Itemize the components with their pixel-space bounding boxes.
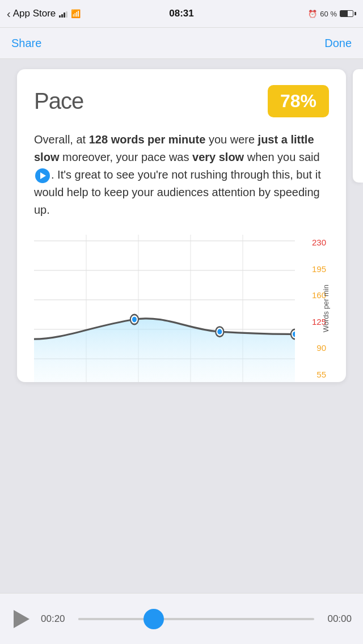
y-axis-title: Words per min <box>322 285 330 332</box>
player-thumb[interactable] <box>143 609 164 629</box>
chart-inner <box>34 235 295 382</box>
chart-area: 230 195 160 125 90 55 Words per min <box>34 235 329 382</box>
card-title: Pace <box>34 88 83 114</box>
status-left: ‹ App Store 📶 <box>7 7 81 20</box>
back-chevron-icon: ‹ <box>7 7 11 20</box>
back-button[interactable]: ‹ App Store <box>7 7 56 20</box>
player-bar: 00:20 00:00 <box>0 593 363 644</box>
desc-part2: you were <box>205 133 258 146</box>
nav-bar: Share Done <box>0 28 363 59</box>
score-value: 78% <box>280 91 316 111</box>
svg-point-12 <box>217 329 222 334</box>
svg-point-10 <box>132 317 137 323</box>
desc-bold3: very slow <box>192 151 244 163</box>
play-icon <box>14 610 29 628</box>
player-play-button[interactable] <box>11 609 32 629</box>
card-header: Pace 78% <box>34 85 329 117</box>
player-progress-filled <box>78 618 154 620</box>
desc-part4: when you said <box>244 151 319 163</box>
chart-svg <box>34 235 295 382</box>
status-bar: ‹ App Store 📶 08:31 ⏰ 60 % <box>0 0 363 28</box>
score-badge: 78% <box>268 85 329 117</box>
inline-play-button[interactable] <box>35 168 50 183</box>
app-store-label: App Store <box>13 8 56 19</box>
desc-part5: . It's great to see you're not rushing t… <box>34 168 321 216</box>
alarm-icon: ⏰ <box>308 10 317 18</box>
battery-percent: 60 % <box>320 10 337 18</box>
card-description: Overall, at 128 words per minute you wer… <box>34 131 329 219</box>
status-time: 08:31 <box>169 8 193 19</box>
desc-bold1: 128 words per minute <box>89 133 206 146</box>
player-time-remaining: 00:00 <box>323 613 352 625</box>
battery-icon <box>340 10 356 17</box>
signal-bars-icon <box>59 10 67 18</box>
desc-part3: moreover, your pace was <box>59 151 192 163</box>
share-button[interactable]: Share <box>11 37 41 50</box>
done-button[interactable]: Done <box>324 37 352 50</box>
player-progress-bar[interactable] <box>78 618 314 620</box>
wifi-icon: 📶 <box>71 9 81 18</box>
main-area: Pace 78% Overall, at 128 words per minut… <box>0 59 363 593</box>
desc-part1: Overall, at <box>34 133 89 146</box>
pace-card: Pace 78% Overall, at 128 words per minut… <box>17 69 346 382</box>
side-card-hint <box>353 69 363 183</box>
player-time-elapsed: 00:20 <box>41 613 69 625</box>
status-right: ⏰ 60 % <box>308 10 356 18</box>
